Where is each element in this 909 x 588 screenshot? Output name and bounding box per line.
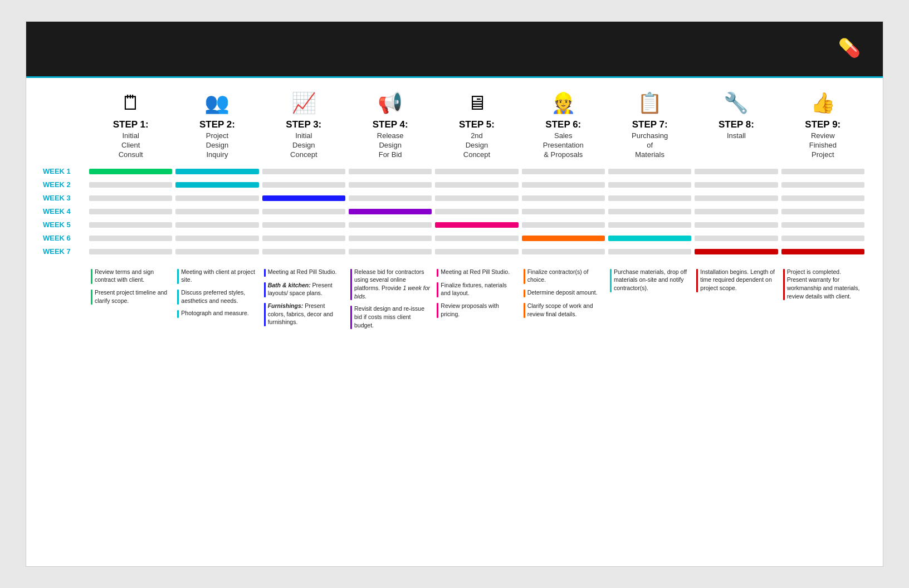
- bar-6-3: [262, 236, 345, 241]
- bar-cell-4-7: [607, 209, 693, 214]
- bar-4-8: [695, 209, 778, 214]
- step-number-3: STEP 3:: [286, 119, 321, 130]
- bar-6-8: [695, 236, 778, 241]
- bar-cell-7-7: [607, 249, 693, 254]
- note-item-6-1: Finalize contractor(s) of choice.: [524, 268, 603, 284]
- week-label-3: WEEK 3: [43, 194, 87, 202]
- bar-2-6: [522, 182, 605, 188]
- note-item-6-3: Clarify scope of work and review final d…: [524, 302, 603, 318]
- bar-4-5: [435, 209, 518, 214]
- note-item-5-3: Review proposals with pricing.: [437, 302, 516, 318]
- note-col-7: Purchase materials, drop off materials o…: [607, 268, 693, 334]
- note-bar-9-1: [783, 269, 785, 301]
- bar-cell-7-5: [433, 249, 520, 254]
- bar-5-4: [349, 222, 432, 228]
- bar-7-8: [695, 249, 778, 254]
- step-title-5: 2ndDesignConcept: [463, 131, 490, 160]
- note-bar-6-3: [524, 303, 525, 318]
- note-bar-6-2: [524, 290, 525, 297]
- note-text-4-2: Revisit design and re-issue bid if costs…: [354, 305, 430, 329]
- bar-cell-2-4: [347, 182, 433, 188]
- bar-1-2: [175, 169, 258, 174]
- step-col-6: 👷STEP 6:SalesPresentation& Proposals: [520, 89, 607, 160]
- step-number-6: STEP 6:: [545, 119, 581, 130]
- bars-container-5: [87, 222, 866, 228]
- bar-3-1: [89, 195, 172, 201]
- bar-5-9: [781, 222, 864, 228]
- bar-cell-2-6: [520, 182, 607, 188]
- note-text-7-1: Purchase materials, drop off materials o…: [614, 268, 690, 292]
- step-icon-8: 🔧: [724, 89, 749, 117]
- step-col-4: 📢STEP 4:ReleaseDesignFor Bid: [347, 89, 433, 160]
- note-item-2-2: Discuss preferred styles, aesthetics and…: [177, 288, 257, 305]
- bar-2-8: [695, 182, 778, 188]
- note-item-5-1: Meeting at Red Pill Studio.: [437, 268, 516, 277]
- header: 💊: [26, 22, 883, 76]
- note-text-3-2: Bath & kitchen: Present layouts/ space p…: [268, 281, 344, 297]
- bar-cell-2-5: [433, 182, 520, 188]
- bar-cell-4-1: [87, 209, 174, 214]
- bar-cell-3-2: [174, 195, 260, 201]
- note-bar-7-1: [610, 269, 612, 292]
- bar-2-9: [781, 182, 864, 188]
- bar-4-3: [262, 209, 345, 214]
- bar-4-2: [175, 209, 258, 214]
- bar-cell-4-8: [693, 209, 779, 214]
- week-label-4: WEEK 4: [43, 207, 87, 215]
- note-item-1-1: Review terms and sign contract with clie…: [91, 268, 170, 284]
- timeline-row-7: WEEK 7: [43, 246, 866, 258]
- note-item-3-3: Furnishings: Present colors, fabrics, de…: [264, 302, 344, 326]
- note-item-9-1: Project is completed. Present warranty f…: [783, 268, 863, 301]
- bar-cell-1-3: [261, 169, 347, 174]
- note-col-6: Finalize contractor(s) of choice.Determi…: [520, 268, 607, 334]
- bar-cell-7-3: [261, 249, 347, 254]
- note-item-3-1: Meeting at Red Pill Studio.: [264, 268, 344, 277]
- week-label-2: WEEK 2: [43, 180, 87, 189]
- bar-cell-2-2: [174, 182, 260, 188]
- bar-6-5: [435, 236, 518, 241]
- bar-cell-7-4: [347, 249, 433, 254]
- note-bar-3-1: [264, 269, 266, 277]
- bar-1-1: [89, 169, 172, 174]
- note-bar-5-2: [437, 282, 438, 297]
- bar-cell-2-7: [607, 182, 693, 188]
- bars-container-3: [87, 195, 866, 201]
- bar-7-3: [262, 249, 345, 254]
- note-text-1-2: Present project timeline and clarify sco…: [95, 288, 170, 305]
- timeline-row-1: WEEK 1: [43, 165, 866, 178]
- step-number-5: STEP 5:: [459, 119, 495, 130]
- note-bar-5-1: [437, 269, 438, 277]
- note-text-6-2: Determine deposit amount.: [527, 288, 598, 297]
- bar-cell-5-2: [174, 222, 260, 228]
- step-title-4: ReleaseDesignFor Bid: [377, 131, 404, 160]
- bar-cell-5-4: [347, 222, 433, 228]
- timeline-row-3: WEEK 3: [43, 192, 866, 204]
- step-title-3: InitialDesignConcept: [290, 131, 317, 160]
- step-icon-6: 👷: [551, 89, 576, 117]
- bar-cell-1-7: [607, 169, 693, 174]
- bar-4-6: [522, 209, 605, 214]
- week-label-7: WEEK 7: [43, 247, 87, 256]
- bar-7-5: [435, 249, 518, 254]
- bars-container-4: [87, 209, 866, 214]
- note-text-2-2: Discuss preferred styles, aesthetics and…: [181, 288, 257, 305]
- timeline-row-5: WEEK 5: [43, 219, 866, 231]
- bar-5-3: [262, 222, 345, 228]
- bar-cell-1-8: [693, 169, 779, 174]
- bars-container-2: [87, 182, 866, 188]
- note-item-6-2: Determine deposit amount.: [524, 288, 603, 297]
- step-col-8: 🔧STEP 8:Install: [693, 89, 779, 160]
- bar-cell-2-8: [693, 182, 779, 188]
- step-icon-4: 📢: [378, 89, 403, 117]
- note-text-2-3: Photograph and measure.: [181, 309, 248, 318]
- bar-cell-6-2: [174, 236, 260, 241]
- bar-4-7: [608, 209, 691, 214]
- step-col-1: 🗒STEP 1:InitialClientConsult: [87, 89, 174, 160]
- bar-cell-1-9: [780, 169, 866, 174]
- step-col-3: 📈STEP 3:InitialDesignConcept: [261, 89, 347, 160]
- page: 💊 🗒STEP 1:InitialClientConsult👥STEP 2:Pr…: [26, 21, 883, 567]
- note-text-5-3: Review proposals with pricing.: [441, 302, 516, 318]
- bar-cell-6-8: [693, 236, 779, 241]
- bar-2-4: [349, 182, 432, 188]
- week-label-6: WEEK 6: [43, 234, 87, 242]
